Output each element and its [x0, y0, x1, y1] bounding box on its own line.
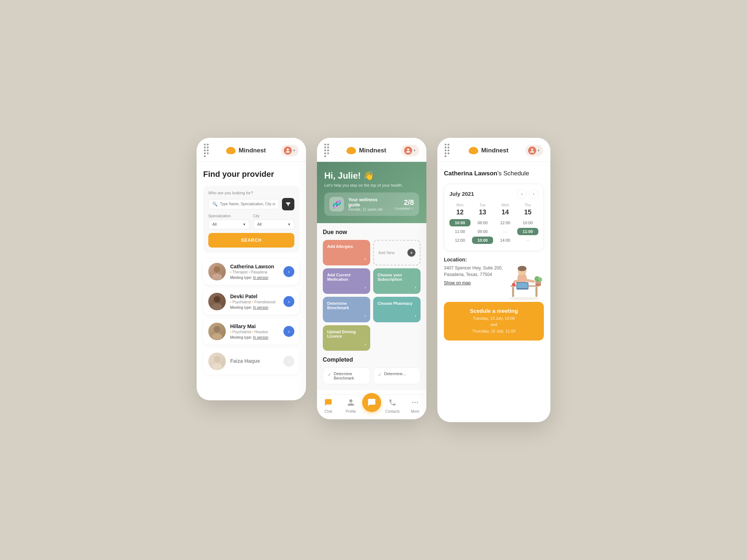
time-slot[interactable]: 12:00	[495, 219, 516, 226]
navigate-button[interactable]: ›	[283, 356, 294, 367]
completed-label: Determine...	[384, 372, 406, 376]
header-screen2: Mindnest ▾	[317, 138, 426, 162]
navigate-button[interactable]: ›	[283, 296, 294, 307]
brand-icon	[469, 147, 478, 154]
task-choose-subscription[interactable]: Choose your Subscription ›	[373, 268, 421, 294]
screen-dashboard: Mindnest ▾ Hi, Julie! 👋 Let's help you s…	[317, 138, 426, 419]
nav-chat[interactable]: Chat	[317, 398, 340, 413]
time-slot[interactable]: 12:00	[449, 237, 471, 244]
day-number: 14	[495, 209, 516, 216]
nav-profile[interactable]: Profile	[340, 398, 362, 413]
time-slot[interactable]: 10:00	[472, 237, 493, 244]
chevron-down-icon: ▾	[243, 222, 245, 227]
search-label: Who are you looking for?	[208, 191, 294, 195]
task-upload-licence[interactable]: Upload Driving Licence ›	[323, 325, 370, 351]
tasks-grid: Add Allergies › Add New + Add Current Me…	[323, 240, 421, 351]
nav-chat-label: Chat	[324, 409, 332, 413]
navigate-button[interactable]: ›	[283, 266, 294, 277]
schedule-meeting-button[interactable]: Scedule a meeting Tuesday, 13 July, 10:0…	[444, 302, 544, 341]
provider-meeting: Meeting type: In person	[230, 306, 279, 310]
city-select[interactable]: All ▾	[253, 219, 294, 229]
task-add-new[interactable]: Add New +	[373, 240, 421, 265]
provider-meeting: Meeting type: In person	[230, 276, 279, 280]
brand-logo: Mindnest	[347, 147, 386, 154]
page-title: Find your provider	[203, 169, 299, 180]
day-name: Thu	[517, 203, 538, 207]
svg-point-5	[212, 333, 222, 340]
time-slot[interactable]: 14:00	[495, 237, 516, 244]
provider-name: Catherina Lawson	[230, 264, 279, 269]
specialization-select[interactable]: All ▾	[208, 219, 249, 229]
calendar-next-button[interactable]: ›	[529, 189, 538, 199]
completed-section: Completed ✓ Determine Benchmark ✓ Determ…	[323, 357, 421, 384]
provider-info: Devki Patel • Psychiatrist • Friendswood…	[230, 293, 279, 310]
nav-center-button[interactable]	[362, 393, 381, 412]
svg-point-0	[214, 266, 220, 273]
screen-find-provider: Mindnest ▾ Find your provider Who are yo…	[197, 138, 306, 400]
search-icon: 🔍	[212, 202, 218, 207]
task-label: Add Allergies	[327, 244, 366, 249]
task-arrow-icon: ›	[415, 314, 416, 318]
day-name: Wed	[495, 203, 516, 207]
chevron-down-icon: ▾	[288, 222, 290, 227]
grid-icon	[324, 144, 332, 157]
filter-button[interactable]	[282, 198, 294, 210]
time-slot[interactable]: 10:00	[449, 219, 471, 226]
brand-logo: Mindnest	[226, 147, 266, 154]
chevron-down-icon: ▾	[414, 148, 415, 152]
svg-rect-21	[517, 283, 528, 288]
time-slot[interactable]: 08:00	[472, 219, 493, 226]
screens-container: Mindnest ▾ Find your provider Who are yo…	[136, 138, 611, 422]
completed-title: Completed	[323, 357, 421, 363]
search-input[interactable]	[220, 202, 275, 206]
provider-card: Devki Patel • Psychiatrist • Friendswood…	[203, 288, 299, 315]
time-slot-empty: —	[495, 228, 516, 235]
user-menu-button[interactable]: ▾	[401, 145, 419, 156]
screen1-content: Find your provider Who are you looking f…	[197, 162, 306, 385]
task-add-medication[interactable]: Add Current Medication ›	[323, 268, 370, 294]
provider-info: Catherina Lawson • Therapist • Pasadena …	[230, 264, 279, 280]
location-title: Location:	[444, 257, 504, 262]
user-menu-button[interactable]: ▾	[281, 145, 299, 156]
bottom-nav: Chat Profile Contacts Mo	[317, 394, 426, 419]
nav-profile-label: Profile	[346, 409, 356, 413]
brand-name: Mindnest	[481, 147, 508, 154]
calendar-prev-button[interactable]: ‹	[517, 189, 527, 199]
task-determine-benchmark[interactable]: Determine Benchmark ›	[323, 297, 370, 322]
time-slot[interactable]: 11:00	[449, 228, 471, 235]
task-arrow-icon: ›	[365, 314, 366, 318]
header-screen1: Mindnest ▾	[197, 138, 306, 162]
show-map-link[interactable]: Show on map	[444, 280, 471, 285]
avatar	[208, 263, 226, 280]
time-slot[interactable]: 11:00	[517, 228, 538, 235]
task-choose-pharmacy[interactable]: Choose Pharmacy ›	[373, 297, 421, 322]
brand-icon	[226, 147, 236, 154]
time-slot[interactable]: 10:00	[517, 219, 538, 226]
task-add-allergies[interactable]: Add Allergies ›	[323, 240, 370, 265]
provider-card: Hillary Mai • Psychiatrist • Houston Mee…	[203, 318, 299, 345]
task-arrow-icon: ›	[365, 342, 366, 346]
screen3-content: Catherina Lawson's Schedule July 2021 ‹ …	[437, 162, 550, 348]
wellness-count-block: 2/8 Completed ✓	[394, 198, 414, 210]
task-label: Add Current Medication	[327, 273, 366, 281]
hero-banner: Hi, Julie! 👋 Let's help you stay on the …	[317, 162, 426, 223]
svg-point-4	[214, 326, 220, 332]
svg-point-7	[212, 363, 222, 370]
search-box: Who are you looking for? 🔍 Specializatio…	[203, 186, 299, 253]
calendar-days: Mon 12 10:00 11:00 12:00 Tue 13 08:00 09…	[449, 203, 538, 245]
navigate-button[interactable]: ›	[283, 326, 294, 337]
specialization-filter: Specialization All ▾	[208, 214, 249, 229]
provider-card-partial: Faiza Haque ›	[203, 348, 299, 374]
user-menu-button[interactable]: ▾	[525, 145, 543, 156]
add-new-label: Add New	[378, 250, 395, 255]
search-button[interactable]: SEARCH	[208, 233, 294, 248]
wellness-icon: 🧬	[329, 197, 344, 211]
nav-more[interactable]: More	[404, 398, 426, 413]
completed-item: ✓ Determine Benchmark	[323, 368, 370, 384]
greeting-subtitle: Let's help you stay on the top of your h…	[324, 183, 419, 187]
nav-contacts[interactable]: Contacts	[381, 398, 404, 413]
task-label: Choose your Subscription	[378, 273, 416, 281]
wellness-title: Your wellness guide	[348, 197, 390, 207]
greeting-text: Hi, Julie! 👋	[324, 171, 419, 181]
time-slot[interactable]: 09:00	[472, 228, 493, 235]
